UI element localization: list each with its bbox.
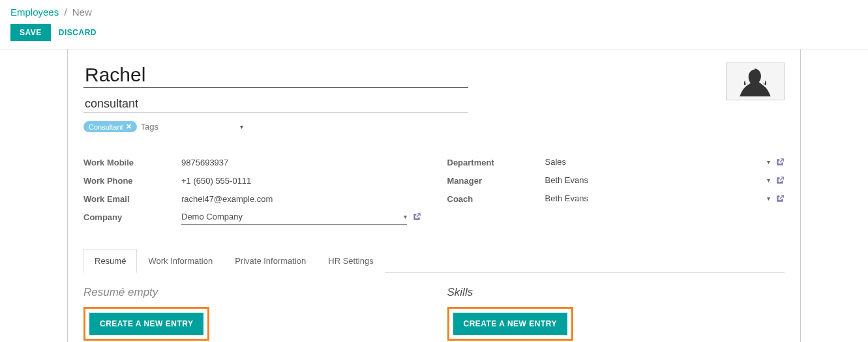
label-work-phone: Work Phone [83, 176, 181, 186]
tag-chip[interactable]: Consultant ✕ [83, 121, 137, 132]
tag-remove-icon[interactable]: ✕ [126, 122, 134, 131]
manager-value: Beth Evans [545, 175, 589, 185]
label-department: Department [447, 158, 545, 167]
chevron-down-icon[interactable]: ▾ [240, 123, 243, 130]
tab-hr-settings[interactable]: HR Settings [317, 249, 384, 273]
highlight-box: CREATE A NEW ENTRY [447, 307, 573, 341]
create-skills-entry-button[interactable]: CREATE A NEW ENTRY [453, 313, 567, 335]
form-sheet: Consultant ✕ ▾ Work Mobile Work Phone Wo… [67, 50, 801, 342]
tag-label: Consultant [89, 123, 123, 131]
avatar-silhouette-icon [734, 66, 776, 100]
header-bar: Employees / New SAVE DISCARD [0, 0, 868, 50]
external-link-icon[interactable] [775, 158, 785, 167]
skills-title: Skills [447, 286, 785, 299]
label-manager: Manager [447, 176, 545, 186]
create-resume-entry-button[interactable]: CREATE A NEW ENTRY [89, 313, 203, 335]
breadcrumb: Employees / New [10, 7, 858, 18]
chevron-down-icon: ▾ [767, 158, 770, 165]
work-phone-input[interactable] [181, 173, 421, 188]
right-column: Department Sales ▾ Manager [447, 153, 785, 226]
tabs: Resumé Work Information Private Informat… [83, 248, 785, 273]
left-column: Work Mobile Work Phone Work Email Compan… [83, 153, 421, 226]
department-select[interactable]: Sales ▾ [545, 154, 771, 170]
department-value: Sales [545, 157, 567, 167]
coach-value: Beth Evans [545, 193, 589, 203]
label-work-mobile: Work Mobile [83, 158, 181, 167]
tab-resume[interactable]: Resumé [83, 249, 137, 273]
external-link-icon[interactable] [412, 212, 421, 221]
coach-select[interactable]: Beth Evans ▾ [545, 191, 771, 207]
highlight-box: CREATE A NEW ENTRY [83, 307, 209, 341]
tags-input[interactable] [141, 122, 236, 132]
name-input[interactable] [83, 64, 468, 88]
breadcrumb-separator: / [64, 7, 67, 18]
chevron-down-icon: ▾ [767, 177, 770, 184]
company-select[interactable]: Demo Company ▾ [181, 209, 407, 225]
label-company: Company [83, 212, 181, 222]
breadcrumb-root[interactable]: Employees [10, 7, 59, 18]
work-mobile-input[interactable] [181, 155, 421, 170]
chevron-down-icon: ▾ [767, 195, 770, 202]
avatar[interactable] [726, 63, 785, 100]
save-button[interactable]: SAVE [10, 24, 51, 41]
discard-button[interactable]: DISCARD [59, 28, 97, 37]
label-coach: Coach [447, 194, 545, 204]
resume-title: Resumé empty [83, 286, 421, 299]
header-buttons: SAVE DISCARD [10, 24, 858, 41]
external-link-icon[interactable] [775, 176, 785, 185]
tab-work-information[interactable]: Work Information [137, 249, 224, 273]
label-work-email: Work Email [83, 194, 181, 204]
work-email-input[interactable] [181, 192, 421, 207]
chevron-down-icon: ▾ [404, 213, 407, 220]
job-title-input[interactable] [83, 93, 468, 113]
resume-section: Resumé empty CREATE A NEW ENTRY [83, 286, 421, 341]
tab-content: Resumé empty CREATE A NEW ENTRY Skills C… [83, 273, 785, 341]
company-value: Demo Company [181, 212, 243, 221]
tags-field[interactable]: Consultant ✕ ▾ [83, 119, 243, 135]
skills-section: Skills CREATE A NEW ENTRY [447, 286, 785, 341]
breadcrumb-current: New [72, 7, 92, 18]
external-link-icon[interactable] [775, 194, 785, 203]
manager-select[interactable]: Beth Evans ▾ [545, 173, 771, 188]
tab-private-information[interactable]: Private Information [224, 249, 317, 273]
